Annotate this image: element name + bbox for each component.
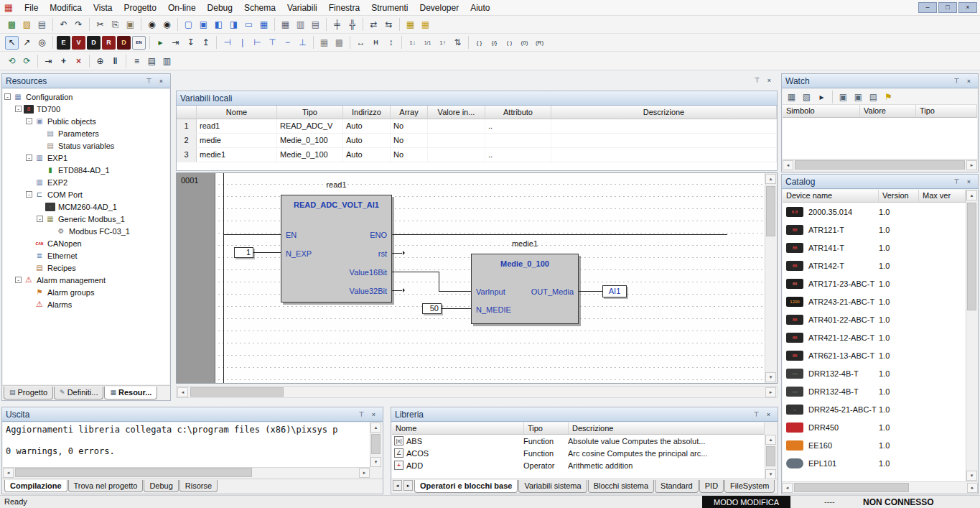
pin-value16bit[interactable]: Value16Bit <box>350 268 387 277</box>
menu-item[interactable]: Modifica <box>44 1 88 15</box>
import-watch-icon[interactable]: ▣ <box>836 90 850 103</box>
insert-network-icon[interactable]: ▦ <box>257 18 271 32</box>
space-down-icon[interactable]: ↕ <box>384 36 398 50</box>
column-header-max-version[interactable]: Max ver <box>919 190 966 202</box>
minimize-button[interactable]: – <box>918 2 937 13</box>
scroll-left-icon[interactable]: ◂ <box>782 483 793 493</box>
table-row[interactable]: 1 read1 READ_ADC_V Auto No .. <box>177 119 777 134</box>
pin-en[interactable]: EN <box>286 231 297 239</box>
pin-up-icon[interactable]: 1↑ <box>436 36 449 50</box>
tab-progetto[interactable]: ▤ Progetto <box>4 387 53 400</box>
scrollbar-thumb[interactable] <box>371 434 381 454</box>
debug-mode-icon[interactable]: D <box>117 36 131 50</box>
read-plc-icon[interactable]: R <box>102 36 116 50</box>
refresh-icon[interactable]: ⟲ <box>5 54 19 68</box>
insert-block-icon[interactable]: ▣ <box>197 18 210 32</box>
tree-expander[interactable] <box>37 142 43 149</box>
scroll-up-icon[interactable]: ▴ <box>765 435 776 445</box>
scroll-down-icon[interactable]: ▾ <box>370 457 381 467</box>
column-header-nome[interactable]: Nome <box>392 422 524 434</box>
table-row[interactable]: 3 medie1 Medie_0_100 Auto No .. <box>177 148 777 162</box>
open-icon[interactable]: ▨ <box>20 18 34 32</box>
pan-icon[interactable]: ⊕ <box>93 54 107 68</box>
pin-eno[interactable]: ENO <box>370 231 387 239</box>
step-over-icon[interactable]: ⇥ <box>169 36 182 50</box>
en-eno-icon[interactable]: EN <box>132 36 146 50</box>
scroll-right-icon[interactable]: ▸ <box>359 468 370 478</box>
tree-expander[interactable]: - <box>26 191 32 198</box>
scrollbar-thumb[interactable] <box>766 446 775 466</box>
table-window-icon[interactable]: ▥ <box>294 18 307 32</box>
library-row[interactable]: ∠ ACOS Function Arc cosine Computes the … <box>392 447 765 459</box>
tree-item[interactable]: ≣ Ethernet <box>3 249 169 262</box>
list-window-icon[interactable]: ▤ <box>309 18 322 32</box>
menu-item[interactable]: File <box>19 1 44 15</box>
tree-expander[interactable]: - <box>15 106 22 112</box>
watch-body[interactable] <box>783 118 977 159</box>
tree-item[interactable]: ▮ ETD884-AD_1 <box>3 164 169 176</box>
vertical-scrollbar[interactable]: ▴ ▾ <box>370 422 382 467</box>
close-icon[interactable]: × <box>963 76 974 86</box>
tree-expander[interactable] <box>26 252 32 259</box>
pin-icon[interactable]: ⊤ <box>144 76 154 86</box>
pause-icon[interactable]: ‖ <box>108 54 122 68</box>
table-row[interactable]: 2 medie Medie_0_100 Auto No <box>177 134 777 148</box>
pin-rst[interactable]: rst <box>378 249 387 258</box>
scroll-left-icon[interactable]: ◂ <box>783 160 793 170</box>
scrollbar-thumb[interactable] <box>795 160 965 170</box>
run-icon[interactable]: ▸ <box>154 36 167 50</box>
close-icon[interactable]: × <box>963 177 974 187</box>
pin-icon[interactable]: ⊤ <box>752 75 762 86</box>
goto-icon[interactable]: ⇥ <box>42 54 55 68</box>
tab-trova-nel-progetto[interactable]: Trova nel progetto <box>68 480 144 492</box>
delete-row-icon[interactable]: ╬ <box>345 18 359 32</box>
insert-comment-icon[interactable]: ▭ <box>242 18 256 32</box>
menu-item[interactable]: Schema <box>238 1 281 15</box>
tree-expander[interactable] <box>37 167 43 173</box>
scrollbar-thumb[interactable] <box>967 203 976 310</box>
column-header[interactable] <box>177 106 197 119</box>
show-grid-icon[interactable]: ▦ <box>317 36 331 50</box>
pin-icon[interactable]: ⊤ <box>951 76 962 86</box>
close-button[interactable]: × <box>958 2 977 13</box>
pin-spacing-icon[interactable]: 1↓ <box>406 36 419 50</box>
catalog-row[interactable]: 88 ATR121-T 1.0 <box>783 221 966 239</box>
undo-icon[interactable]: ↶ <box>57 18 70 32</box>
pin-icon[interactable]: ⊤ <box>951 177 962 187</box>
compile-icon[interactable]: E <box>57 36 70 50</box>
link-icon[interactable]: ⇄ <box>367 18 381 32</box>
column-header-version[interactable]: Version <box>879 190 919 202</box>
list-view-icon[interactable]: ≡ <box>130 54 144 68</box>
tree-item[interactable]: - ▣ Public objects <box>3 115 169 127</box>
tree-expander[interactable] <box>37 203 43 210</box>
tree-item[interactable]: ▤ Status variables <box>3 139 169 152</box>
restore-button[interactable]: □ <box>938 2 957 13</box>
find-replace-icon[interactable]: ◉ <box>160 18 174 32</box>
tree-item[interactable]: - ▦ Generic Modbus_1 <box>3 213 169 225</box>
tree-expander[interactable] <box>47 228 54 234</box>
remove-watch-icon[interactable]: ▧ <box>800 90 813 103</box>
tab-filesystem[interactable]: FileSystem <box>724 480 775 493</box>
insert-element-icon[interactable]: + <box>57 54 70 68</box>
catalog-row[interactable]: EE160 1.0 <box>783 436 966 454</box>
save-icon[interactable]: ▤ <box>35 18 49 32</box>
catalog-row[interactable]: 88 ATR401-22-ABC-T 1.0 <box>783 310 966 328</box>
same-size-icon[interactable]: H <box>369 36 383 50</box>
tree-item[interactable]: - ⊏ COM Port <box>3 188 169 200</box>
trigger-watch-icon[interactable]: ⚑ <box>882 90 895 103</box>
tab-blocchi-sistema[interactable]: Blocchi sistema <box>588 480 654 493</box>
column-header-array[interactable]: Array <box>391 106 428 119</box>
tree-item[interactable]: ▤ Recipes <box>3 262 169 274</box>
io-monitor-icon[interactable]: ▦ <box>403 18 417 32</box>
column-header-nome[interactable]: Nome <box>197 106 277 119</box>
align-right-icon[interactable]: ⊢ <box>251 36 264 50</box>
pin-value32bit[interactable]: Value32Bit <box>350 287 387 295</box>
close-icon[interactable]: × <box>763 410 774 420</box>
pin-outmedia[interactable]: OUT_Media <box>531 287 574 296</box>
scroll-down-icon[interactable]: ▾ <box>765 469 776 479</box>
tree-item[interactable]: - ▥ EXP1 <box>3 152 169 164</box>
column-header-tipo[interactable]: Tipo <box>277 106 343 119</box>
catalog-row[interactable]: :: DRR245-21-ABC-T 1.0 <box>783 400 966 418</box>
vertical-scrollbar[interactable]: ▴ ▾ <box>765 173 777 383</box>
add-watch-icon[interactable]: ▦ <box>785 90 798 103</box>
